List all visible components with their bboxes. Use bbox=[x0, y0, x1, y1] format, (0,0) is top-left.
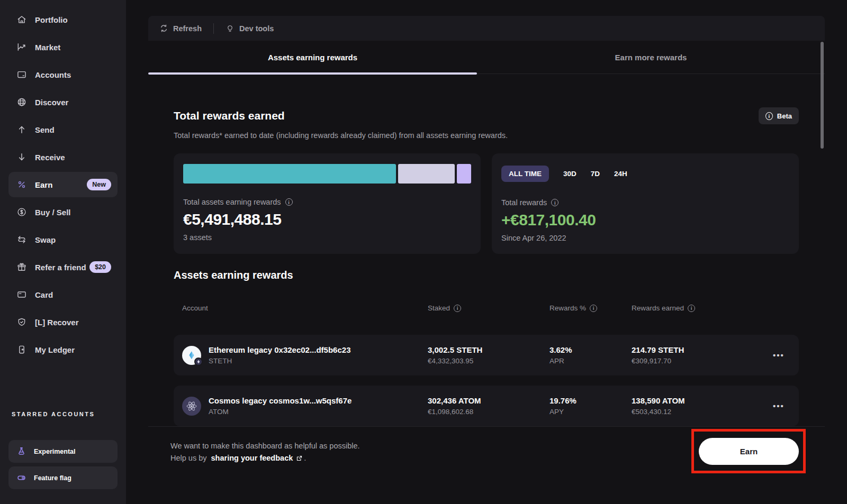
shield-check-icon bbox=[16, 317, 27, 327]
sidebar-item-refer[interactable]: Refer a friend $20 bbox=[8, 254, 118, 280]
sidebar-item-earn[interactable]: Earn New bbox=[8, 172, 118, 197]
header-account: Account bbox=[182, 304, 208, 312]
allocation-segment-other bbox=[457, 164, 471, 184]
total-rewards-label: Total rewards bbox=[501, 198, 547, 207]
header-staked: Staked bbox=[428, 304, 450, 312]
allocation-bar bbox=[183, 164, 471, 184]
gift-icon bbox=[16, 262, 27, 272]
toolbar-divider bbox=[213, 23, 214, 34]
table-row-steth[interactable]: Ethereum legacy 0x32ec02...df5b6c23 STET… bbox=[174, 335, 799, 375]
time-filter-group: ALL TIME 30D 7D 24H bbox=[501, 166, 789, 182]
feedback-line2-prefix: Help us by bbox=[170, 454, 207, 462]
earned-value: €503,430.12 bbox=[632, 408, 759, 416]
feedback-line2-suffix: . bbox=[304, 454, 306, 462]
info-icon[interactable]: i bbox=[590, 305, 597, 312]
refresh-label: Refresh bbox=[173, 24, 202, 33]
sidebar-item-send[interactable]: Send bbox=[8, 117, 118, 142]
info-icon[interactable]: i bbox=[454, 305, 461, 312]
flask-icon bbox=[16, 446, 26, 456]
sidebar-item-label: Card bbox=[35, 290, 53, 299]
feature-flag-button[interactable]: Feature flag bbox=[8, 466, 118, 489]
sidebar-item-label: [L] Recover bbox=[35, 318, 79, 327]
filter-30d[interactable]: 30D bbox=[563, 170, 576, 178]
experimental-label: Experimental bbox=[34, 448, 76, 455]
starred-accounts-label: STARRED ACCOUNTS bbox=[12, 411, 95, 417]
dev-toolbar: Refresh Dev tools bbox=[148, 16, 825, 41]
refresh-button[interactable]: Refresh bbox=[159, 24, 202, 33]
staked-value: €4,332,303.95 bbox=[428, 357, 549, 365]
credit-card-icon bbox=[16, 289, 27, 300]
row-menu-button[interactable]: ••• bbox=[773, 351, 785, 360]
refresh-icon bbox=[159, 24, 168, 33]
rate-type: APR bbox=[549, 357, 632, 365]
sidebar: Portfolio Market Accounts Discover Send bbox=[0, 0, 126, 504]
staked-value: €1,098,602.68 bbox=[428, 408, 549, 416]
sidebar-item-recover[interactable]: [L] Recover bbox=[8, 309, 118, 335]
table-section-title: Assets earning rewards bbox=[174, 269, 799, 281]
sidebar-item-receive[interactable]: Receive bbox=[8, 144, 118, 170]
info-icon[interactable]: i bbox=[285, 198, 293, 206]
info-icon[interactable]: i bbox=[688, 305, 695, 312]
sidebar-item-label: Accounts bbox=[35, 70, 71, 79]
rewards-since: Since Apr 26, 2022 bbox=[501, 234, 789, 242]
table-row-atom[interactable]: Cosmos legacy cosmos1w...w5qsf67e ATOM 3… bbox=[174, 386, 799, 426]
toggle-icon bbox=[16, 473, 26, 483]
vertical-scrollbar[interactable] bbox=[821, 42, 824, 149]
tab-earn-more-rewards[interactable]: Earn more rewards bbox=[477, 41, 825, 74]
new-badge: New bbox=[87, 179, 111, 190]
percent-icon bbox=[16, 179, 27, 190]
wallet-icon bbox=[16, 69, 27, 80]
filter-all-time[interactable]: ALL TIME bbox=[501, 166, 549, 182]
tab-assets-earning-rewards[interactable]: Assets earning rewards bbox=[148, 41, 477, 74]
page-title: Total rewards earned bbox=[174, 109, 285, 122]
row-menu-button[interactable]: ••• bbox=[773, 401, 785, 410]
refer-reward-badge: $20 bbox=[89, 261, 111, 273]
filter-24h[interactable]: 24H bbox=[614, 170, 627, 178]
sidebar-item-label: My Ledger bbox=[35, 345, 75, 354]
sidebar-item-buy-sell[interactable]: Buy / Sell bbox=[8, 199, 118, 225]
dollar-circle-icon bbox=[16, 207, 27, 217]
sidebar-item-market[interactable]: Market bbox=[8, 34, 118, 60]
table-header: Account Staked i Rewards % i Rewards ear… bbox=[174, 304, 799, 312]
info-icon: i bbox=[765, 112, 773, 120]
main-area: Refresh Dev tools Assets earning rewards… bbox=[126, 0, 847, 504]
info-icon[interactable]: i bbox=[551, 199, 558, 206]
earned-amount: 214.79 STETH bbox=[632, 345, 759, 354]
sidebar-nav: Portfolio Market Accounts Discover Send bbox=[0, 0, 126, 362]
sidebar-item-card[interactable]: Card bbox=[8, 282, 118, 307]
account-name: Cosmos legacy cosmos1w...w5qsf67e bbox=[209, 396, 352, 405]
beta-badge[interactable]: i Beta bbox=[759, 107, 799, 124]
sidebar-item-label: Refer a friend bbox=[35, 263, 86, 272]
market-chart-icon bbox=[16, 42, 27, 52]
sidebar-item-discover[interactable]: Discover bbox=[8, 89, 118, 115]
arrow-up-icon bbox=[16, 124, 27, 135]
experimental-button[interactable]: Experimental bbox=[8, 440, 118, 463]
atom-asset-icon bbox=[182, 397, 201, 416]
sidebar-item-swap[interactable]: Swap bbox=[8, 227, 118, 252]
feature-flag-label: Feature flag bbox=[34, 474, 71, 482]
sidebar-item-label: Discover bbox=[35, 98, 68, 107]
external-link-icon bbox=[296, 455, 303, 462]
earn-button[interactable]: Earn bbox=[699, 438, 799, 465]
account-ticker: ATOM bbox=[209, 408, 352, 416]
total-rewards-card: ALL TIME 30D 7D 24H Total rewards i +€81… bbox=[492, 153, 799, 254]
home-icon bbox=[16, 14, 27, 25]
feedback-link[interactable]: sharing your feedback bbox=[211, 454, 303, 462]
total-assets-value: €5,491,488.15 bbox=[183, 210, 471, 228]
allocation-segment-atom bbox=[398, 164, 455, 184]
rate-type: APY bbox=[549, 408, 632, 416]
globe-icon bbox=[16, 97, 27, 107]
total-rewards-value: +€817,100.40 bbox=[501, 211, 789, 229]
earned-value: €309,917.70 bbox=[632, 357, 759, 365]
account-name: Ethereum legacy 0x32ec02...df5b6c23 bbox=[209, 345, 351, 354]
account-ticker: STETH bbox=[209, 357, 351, 365]
sidebar-item-my-ledger[interactable]: My Ledger bbox=[8, 337, 118, 362]
steth-asset-icon bbox=[182, 346, 201, 365]
sidebar-item-label: Buy / Sell bbox=[35, 208, 71, 217]
earned-amount: 138,590 ATOM bbox=[632, 396, 759, 405]
dashboard-content: Total rewards earned i Beta Total reward… bbox=[174, 74, 799, 426]
sidebar-item-portfolio[interactable]: Portfolio bbox=[8, 7, 118, 32]
dev-tools-button[interactable]: Dev tools bbox=[226, 24, 274, 33]
sidebar-item-accounts[interactable]: Accounts bbox=[8, 62, 118, 87]
filter-7d[interactable]: 7D bbox=[591, 170, 600, 178]
